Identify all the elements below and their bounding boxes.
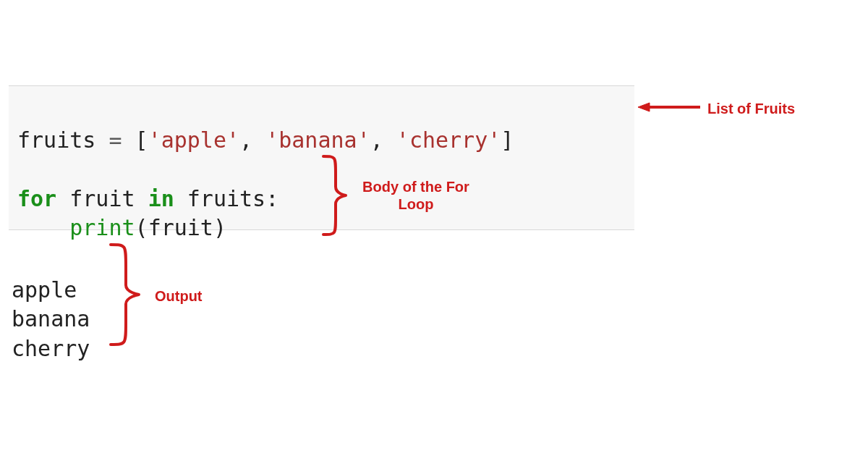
arg: fruit bbox=[148, 215, 213, 240]
comma: , bbox=[239, 127, 265, 153]
var-name: fruits bbox=[17, 127, 95, 153]
annotation-output-label: Output bbox=[155, 287, 203, 305]
iter-var: fruit bbox=[69, 186, 135, 211]
annotation-list-label: List of Fruits bbox=[707, 100, 795, 117]
output-line-2: banana bbox=[12, 306, 90, 332]
code-line-4: print(fruit) bbox=[17, 215, 226, 240]
comma: , bbox=[370, 127, 396, 153]
bracket-close: ] bbox=[501, 127, 514, 153]
svg-marker-1 bbox=[638, 103, 650, 111]
string-cherry: cherry bbox=[409, 127, 488, 153]
quote: ' bbox=[148, 127, 161, 153]
kw-in: in bbox=[148, 186, 174, 211]
fn-print: print bbox=[69, 215, 135, 240]
assign-op: = bbox=[95, 127, 135, 153]
quote: ' bbox=[396, 127, 409, 153]
kw-for: for bbox=[17, 186, 56, 211]
annotation-body-line2: Loop bbox=[399, 196, 434, 212]
code-line-3: for fruit in fruits: bbox=[17, 186, 278, 211]
string-apple: apple bbox=[161, 127, 226, 153]
brace-body-icon bbox=[320, 152, 349, 239]
paren-close: ) bbox=[213, 215, 226, 240]
output-line-3: cherry bbox=[12, 336, 90, 361]
quote: ' bbox=[357, 127, 370, 153]
coll-var: fruits bbox=[187, 186, 265, 211]
output-line-1: apple bbox=[12, 277, 77, 303]
colon: : bbox=[265, 186, 278, 211]
quote: ' bbox=[226, 127, 239, 153]
output-block: apple banana cherry bbox=[12, 246, 90, 363]
quote: ' bbox=[488, 127, 501, 153]
annotation-body-line1: Body of the For bbox=[362, 179, 469, 195]
string-banana: banana bbox=[278, 127, 357, 153]
bracket-open: [ bbox=[135, 127, 148, 153]
brace-output-icon bbox=[107, 240, 142, 349]
quote: ' bbox=[265, 127, 278, 153]
paren-open: ( bbox=[135, 215, 148, 240]
code-line-1: fruits = ['apple', 'banana', 'cherry'] bbox=[17, 127, 514, 153]
annotation-body-label: Body of the For Loop bbox=[354, 178, 477, 213]
arrow-list-icon bbox=[637, 100, 702, 114]
